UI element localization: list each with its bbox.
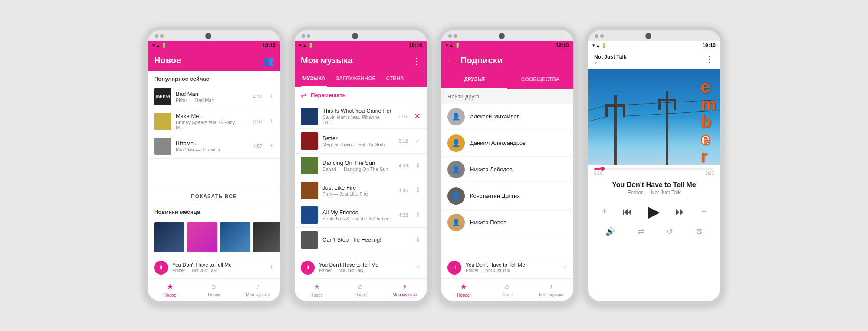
people-icon[interactable]: 👥 [263,56,274,66]
song-item-friends[interactable]: All My Friends Snakehips & Tinashe & Cha… [295,203,427,228]
song-item-badman[interactable]: BAD MAN Bad Man Pitbul — Bad Man 4:22 + [148,85,280,109]
friend-item-2[interactable]: 👤 Никита Лебедев [441,157,573,183]
mini-pause-button-1[interactable]: ⏸ [154,261,168,275]
player-repeat-button[interactable]: ↺ [667,227,673,236]
nav-home-1[interactable]: ★ Новое [148,279,192,301]
tab-wall[interactable]: СТЕНА [385,71,406,87]
song-duration-better: 5:12 [399,138,408,144]
phone-dots-right-2: ············ [400,33,420,38]
mini-add-icon-3[interactable]: + [562,263,567,272]
download-icon-fire[interactable]: ⬇ [415,186,421,194]
player-queue-button[interactable]: ≡ [701,206,707,216]
player-header: Not Just Talk ∨ ⋮ [588,50,720,69]
player-shuffle-button[interactable]: ⇌ [638,227,644,236]
add-icon-makeme[interactable]: + [269,117,274,126]
player-play-button[interactable]: ▶ [648,203,660,221]
friend-item-4[interactable]: 👤 Никита Попов [441,210,573,236]
player-add-button[interactable]: + [602,206,607,216]
song-info-friends: All My Friends Snakehips & Tinashe & Cha… [322,209,395,221]
nav-search-3[interactable]: ⌕ Поиск [485,279,529,301]
home-star-icon-1: ★ [167,282,174,292]
friend-avatar-3: 👤 [447,187,465,205]
signal-icon-3: ▲ [449,43,454,48]
nav-mymusic-1[interactable]: ♪ Моя музыка [236,279,280,301]
song-item-makeme[interactable]: Make Me... Britney Spears feat. G-Eazy —… [148,109,280,134]
player-equalizer-button[interactable]: ⚙ [696,227,703,236]
song-thumb-thiswhat [301,108,318,125]
music-icon-2: ♪ [403,282,407,291]
mini-pause-button-2[interactable]: ⏸ [301,261,315,275]
shuffle-row[interactable]: ⇌ Перемешать [295,87,427,104]
song-title-dancing: Dancing On The Sun [322,160,395,166]
song-item-dancing[interactable]: Dancing On The Sun Bahari — Dancing On T… [295,154,427,178]
nav-search-2[interactable]: ⌕ Поиск [339,279,382,301]
tab-music[interactable]: МУЗЫКА [301,71,327,87]
song-item-cantstop[interactable]: Can't Stop The Feeling! ⬇ [295,228,427,252]
svg-rect-10 [658,99,661,110]
nav-home-2[interactable]: ★ Новое [295,279,339,301]
download-icon-friends[interactable]: ⬇ [415,211,421,219]
sub-tab-friends[interactable]: ДРУЗЬЯ [441,71,507,89]
search-friend-input[interactable] [447,93,567,100]
player-header-down-icon[interactable]: ∨ [594,60,626,66]
search-friend-area[interactable] [441,89,573,104]
nav-search-1[interactable]: ⌕ Поиск [192,279,236,301]
nav-search-label-3: Поиск [501,292,513,297]
back-icon-3[interactable]: ← [447,56,456,66]
player-song-title: You Don't Have to Tell Me [594,181,714,189]
album-thumb-2[interactable] [187,222,217,252]
app-header-3: ← Подписки [441,50,573,71]
nav-mymusic-3[interactable]: ♪ Моя музыка [529,279,573,301]
friend-item-1[interactable]: 👤 Даниил Александров [441,130,573,157]
song-info-fire: Just Like Fire P!nk — Just Like Fire [322,184,395,197]
player-rewind-button[interactable]: ⏮ [622,206,633,218]
download-icon-dancing[interactable]: ⬇ [415,161,421,170]
add-icon-badman[interactable]: + [269,92,274,101]
status-time-2: 19:10 [409,43,422,49]
mini-pause-button-3[interactable]: ⏸ [447,261,461,275]
mini-player-info-1: You Don't Have to Tell Me Ember — Not Ju… [172,262,265,273]
tab-downloaded[interactable]: ЗАГРУЖЕННОЕ [334,71,378,87]
mini-player-3[interactable]: ⏸ You Don't Have to Tell Me Ember — Not … [441,257,573,278]
player-forward-button[interactable]: ⏭ [675,206,686,218]
song-artist-shtampy: МакСим — Штампы [176,147,249,152]
song-item-shtampy[interactable]: Штампы МакСим — Штампы 4:57 + [148,134,280,159]
show-all-button[interactable]: ПОКАЗАТЬ ВСЕ [148,189,280,204]
nav-home-label-1: Новое [164,293,176,298]
mini-player-1[interactable]: ⏸ You Don't Have to Tell Me Ember — Not … [148,257,280,278]
friend-item-3[interactable]: 👤 Константин Долгих [441,183,573,210]
more-icon-2[interactable]: ⋮ [412,56,421,66]
friend-avatar-2: 👤 [447,161,465,178]
album-thumb-4[interactable] [253,222,280,252]
player-speaker-button[interactable]: 🔊 [605,227,615,236]
album-thumb-3[interactable] [220,222,250,252]
song-item-thiswhat[interactable]: This Is What You Came For Calvin Harris … [295,104,427,129]
progress-track[interactable] [594,168,714,170]
song-thumb-friends [301,206,318,224]
player-song-info: You Don't Have to Tell Me Ember — Not Ju… [588,177,720,199]
mini-artist-3: Ember — Not Just Talk [466,268,558,273]
mini-player-2[interactable]: ⏸ You Don't Have to Tell Me Ember — Not … [295,257,427,278]
bottom-nav-3: ★ Новое ⌕ Поиск ♪ Моя музыка [441,278,573,301]
sub-tab-communities[interactable]: СООБЩЕСТВА [507,71,573,89]
song-title-better: Better [322,135,395,141]
friend-item-0[interactable]: 👤 Алексей Михайлов [441,104,573,130]
progress-bar-area[interactable]: 0:10 -3:26 [588,165,720,177]
song-title-cantstop: Can't Stop The Feeling! [322,236,411,243]
download-icon-cantstop[interactable]: ⬇ [415,236,421,244]
wifi-icon-4: ▾ [592,43,595,48]
dot-3 [302,34,305,38]
song-duration-fire: 4:35 [399,188,408,193]
nav-home-3[interactable]: ★ Новое [441,279,485,301]
nav-mymusic-2[interactable]: ♪ Моя музыка [383,279,427,301]
mini-add-icon-2[interactable]: + [416,263,421,272]
add-icon-shtampy[interactable]: + [269,141,274,151]
song-item-fire[interactable]: Just Like Fire P!nk — Just Like Fire 4:3… [295,178,427,203]
remove-icon-thiswhat[interactable]: ✕ [414,111,421,121]
phone-1: ············ ▾ ▲ 🔋 19:10 Новое 👥 Популяр… [145,27,283,305]
mini-add-icon-1[interactable]: + [269,263,274,272]
album-thumb-1[interactable] [154,222,184,252]
player-more-icon[interactable]: ⋮ [705,54,714,65]
song-item-better[interactable]: Better Meghan Trainor feat. Yo Gotti... … [295,129,427,154]
nav-mymusic-label-1: Моя музыка [246,292,270,297]
